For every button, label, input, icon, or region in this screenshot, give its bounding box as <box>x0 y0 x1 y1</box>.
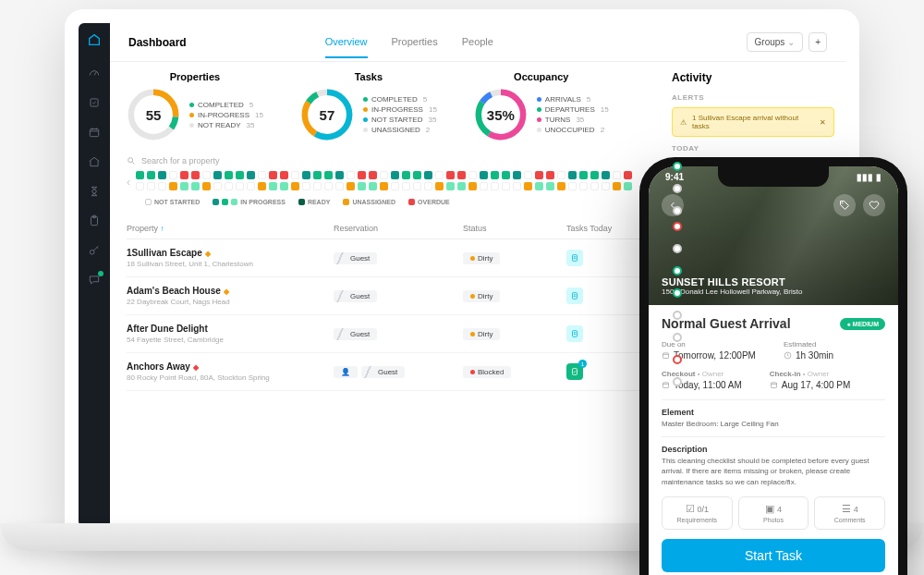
grid-cell[interactable] <box>313 182 322 190</box>
grid-cell[interactable] <box>524 171 532 179</box>
grid-cell[interactable] <box>480 182 488 190</box>
grid-cell[interactable] <box>613 182 621 190</box>
grid-cell[interactable] <box>402 182 410 190</box>
grid-cell[interactable] <box>480 171 488 179</box>
clipboard-icon[interactable] <box>88 214 101 227</box>
tab-people[interactable]: People <box>462 36 493 58</box>
alert-item[interactable]: ⚠ 1 Sullivan Escape arrival without task… <box>672 107 834 137</box>
grid-cell[interactable] <box>247 171 255 179</box>
grid-cell[interactable] <box>324 182 333 190</box>
grid-cell[interactable] <box>502 182 510 190</box>
grid-cell[interactable] <box>568 171 577 179</box>
grid-cell[interactable] <box>491 171 499 179</box>
grid-cell[interactable] <box>280 182 288 190</box>
grid-cell[interactable] <box>413 171 421 179</box>
action-card[interactable]: ▣ 4Photos <box>738 496 809 530</box>
grid-cell[interactable] <box>280 171 288 179</box>
grid-cell[interactable] <box>446 171 455 179</box>
grid-cell[interactable] <box>147 182 155 190</box>
close-icon[interactable]: ✕ <box>820 118 826 127</box>
grid-prev[interactable]: ‹ <box>127 176 130 189</box>
home-icon[interactable] <box>88 155 101 168</box>
grid-cell[interactable] <box>535 171 543 179</box>
grid-cell[interactable] <box>269 171 277 179</box>
grid-cell[interactable] <box>513 171 521 179</box>
grid-cell[interactable] <box>413 182 421 190</box>
grid-cell[interactable] <box>468 182 477 190</box>
grid-cell[interactable] <box>225 182 233 190</box>
grid-cell[interactable] <box>191 182 200 190</box>
speed-icon[interactable] <box>88 67 101 80</box>
add-button[interactable]: + <box>808 32 827 52</box>
grid-cell[interactable] <box>335 171 344 179</box>
col-tasks[interactable]: Tasks Today <box>566 224 644 233</box>
grid-cell[interactable] <box>136 182 144 190</box>
grid-cell[interactable] <box>158 182 166 190</box>
action-card[interactable]: ☑ 0/1Requirements <box>662 496 733 530</box>
grid-cell[interactable] <box>258 182 266 190</box>
grid-cell[interactable] <box>291 182 299 190</box>
col-status[interactable]: Status <box>463 224 566 233</box>
tab-properties[interactable]: Properties <box>392 36 438 58</box>
grid-cell[interactable] <box>402 171 410 179</box>
table-row[interactable]: 1Sullivan Escape ◆18 Sullivan Street, Un… <box>127 239 644 277</box>
grid-cell[interactable] <box>335 182 344 190</box>
key-icon[interactable] <box>88 244 101 257</box>
grid-cell[interactable] <box>546 171 554 179</box>
grid-cell[interactable] <box>369 182 377 190</box>
grid-cell[interactable] <box>513 182 521 190</box>
grid-cell[interactable] <box>302 182 310 190</box>
grid-cell[interactable] <box>169 171 177 179</box>
grid-cell[interactable] <box>313 171 322 179</box>
grid-cell[interactable] <box>169 182 177 190</box>
grid-cell[interactable] <box>590 171 599 179</box>
tab-overview[interactable]: Overview <box>325 36 368 58</box>
table-row[interactable]: After Dune Delight 54 Fayette Street, Ca… <box>127 315 644 353</box>
task-icon[interactable]: 1 <box>566 363 583 380</box>
grid-cell[interactable] <box>324 171 333 179</box>
grid-cell[interactable] <box>424 171 432 179</box>
grid-cell[interactable] <box>202 171 211 179</box>
task-icon[interactable] <box>566 288 583 304</box>
grid-cell[interactable] <box>380 171 388 179</box>
grid-cell[interactable] <box>546 182 554 190</box>
grid-cell[interactable] <box>468 171 477 179</box>
grid-cell[interactable] <box>346 171 355 179</box>
heart-icon[interactable] <box>863 194 885 216</box>
grid-cell[interactable] <box>136 171 144 179</box>
table-row[interactable]: Adam's Beach House ◆22 Daybreak Court, N… <box>127 277 644 315</box>
grid-cell[interactable] <box>269 182 277 190</box>
grid-cell[interactable] <box>579 182 588 190</box>
grid-cell[interactable] <box>213 171 222 179</box>
col-reservation[interactable]: Reservation <box>334 224 463 233</box>
calendar-icon[interactable] <box>88 126 101 139</box>
grid-cell[interactable] <box>435 182 444 190</box>
grid-cell[interactable] <box>236 182 244 190</box>
task-icon[interactable] <box>566 250 583 266</box>
table-row[interactable]: Anchors Away ◆80 Rocky Point Road, 80A, … <box>127 353 644 391</box>
grid-cell[interactable] <box>158 171 166 179</box>
chat-icon[interactable] <box>88 274 101 287</box>
grid-cell[interactable] <box>346 182 355 190</box>
grid-cell[interactable] <box>457 182 466 190</box>
grid-cell[interactable] <box>191 171 200 179</box>
start-task-button[interactable]: Start Task <box>662 539 885 572</box>
action-card[interactable]: ☰ 4Comments <box>814 496 885 530</box>
task-icon[interactable] <box>566 325 583 342</box>
grid-cell[interactable] <box>358 171 366 179</box>
grid-cell[interactable] <box>557 171 565 179</box>
grid-cell[interactable] <box>302 171 310 179</box>
grid-cell[interactable] <box>358 182 366 190</box>
grid-cell[interactable] <box>369 171 377 179</box>
groups-button[interactable]: Groups ⌄ <box>747 32 804 52</box>
grid-cell[interactable] <box>147 171 155 179</box>
grid-cell[interactable] <box>524 182 532 190</box>
grid-cell[interactable] <box>202 182 211 190</box>
grid-cell[interactable] <box>602 171 610 179</box>
grid-cell[interactable] <box>180 171 188 179</box>
grid-cell[interactable] <box>457 171 466 179</box>
grid-cell[interactable] <box>225 171 233 179</box>
grid-cell[interactable] <box>446 182 455 190</box>
grid-cell[interactable] <box>435 171 444 179</box>
grid-cell[interactable] <box>391 182 399 190</box>
